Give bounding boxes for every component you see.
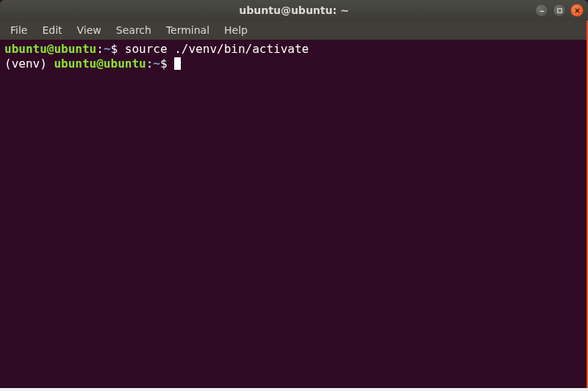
prompt-dollar: $ [160, 57, 174, 71]
svg-rect-1 [557, 8, 561, 12]
window-title: ubuntu@ubuntu: ~ [239, 4, 348, 16]
menu-search[interactable]: Search [110, 23, 157, 37]
menu-view[interactable]: View [71, 23, 107, 37]
minimize-button[interactable] [535, 4, 548, 17]
maximize-button[interactable] [553, 4, 566, 17]
prompt-user-host: ubuntu@ubuntu [54, 57, 146, 71]
close-icon [574, 7, 581, 14]
menu-help[interactable]: Help [218, 23, 254, 37]
prompt-path: ~ [153, 57, 160, 71]
close-button[interactable] [570, 4, 584, 17]
menu-file[interactable]: File [4, 23, 33, 37]
terminal-body[interactable]: ubuntu@ubuntu:~$ source ./venv/bin/activ… [0, 40, 588, 388]
menu-terminal[interactable]: Terminal [160, 23, 215, 37]
venv-prefix: (venv) [4, 57, 54, 71]
terminal-line: (venv) ubuntu@ubuntu:~$ [4, 57, 584, 71]
minimize-icon [539, 7, 545, 14]
prompt-colon: : [96, 42, 104, 56]
terminal-window: ubuntu@ubuntu: ~ File Edit View Search T… [0, 0, 588, 388]
prompt-user-host: ubuntu@ubuntu [4, 42, 96, 56]
command-text: source ./venv/bin/activate [125, 42, 309, 56]
maximize-icon [556, 7, 563, 14]
prompt-path: ~ [104, 42, 111, 56]
terminal-line: ubuntu@ubuntu:~$ source ./venv/bin/activ… [4, 42, 584, 57]
prompt-dollar: $ [111, 42, 125, 56]
titlebar[interactable]: ubuntu@ubuntu: ~ [0, 0, 588, 21]
prompt-colon: : [146, 57, 154, 71]
window-controls [535, 4, 584, 17]
cursor-block [174, 57, 181, 70]
menubar: File Edit View Search Terminal Help [0, 21, 588, 40]
menu-edit[interactable]: Edit [36, 23, 68, 37]
